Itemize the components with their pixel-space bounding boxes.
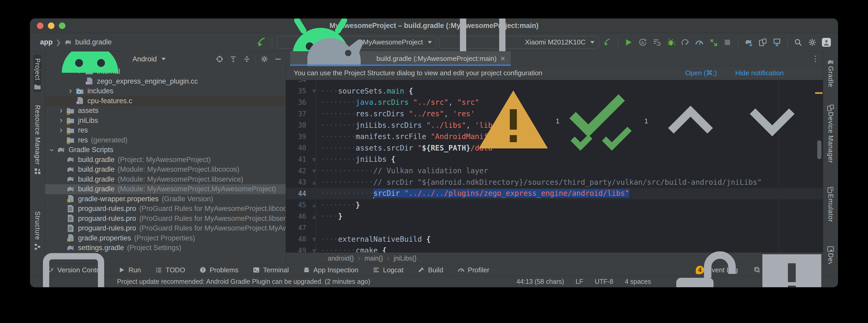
settings-button[interactable]: [806, 37, 818, 48]
code-text: ········assets.srcDir "${RES_PATH}/data": [320, 144, 497, 152]
attach-profiler-button[interactable]: [708, 37, 719, 48]
file-encoding[interactable]: UTF-8: [595, 278, 613, 285]
locate-file-button[interactable]: [215, 54, 225, 64]
more-options-icon[interactable]: ⋮: [811, 54, 819, 63]
tree-item-proguard-rules-pro[interactable]: proguard-rules.pro(ProGuard Rules for My…: [45, 223, 286, 234]
run-button[interactable]: [623, 37, 634, 48]
code-line-47[interactable]: 47: [286, 222, 823, 234]
avatar[interactable]: [820, 37, 832, 48]
stop-button[interactable]: [722, 37, 733, 48]
fold-marker[interactable]: △: [308, 213, 320, 219]
toolwindow-resource-manager[interactable]: Resource Manager: [33, 101, 41, 176]
tree-item-build-gradle[interactable]: build.gradle(Module: MyAwesomeProject.li…: [45, 175, 286, 184]
toolwindow-switcher-icon[interactable]: [34, 243, 113, 288]
tree-item-gradle-properties[interactable]: gradle.properties(Project Properties): [45, 234, 286, 243]
hide-notification-link[interactable]: Hide notification: [735, 69, 784, 77]
fold-marker[interactable]: △: [308, 179, 320, 185]
attach-debugger-button[interactable]: [679, 37, 691, 48]
toolwindow-button-label: Profiler: [468, 266, 489, 274]
tree-item-build-gradle[interactable]: build.gradle(Project: MyAwesomeProject): [45, 155, 286, 165]
search-everywhere-button[interactable]: [792, 37, 804, 48]
sdk-manager-button[interactable]: [771, 37, 783, 48]
token: "../res": [409, 109, 444, 118]
indent-setting[interactable]: 4 spaces: [625, 278, 651, 285]
code-text: ····sourceSets.main {: [320, 87, 413, 95]
collapse-all-button[interactable]: [242, 54, 252, 64]
code-editor[interactable]: 3435▽····sourceSets.main {36········java…: [286, 80, 823, 252]
device-manager-button[interactable]: [757, 37, 769, 48]
tree-item-proguard-rules-pro[interactable]: proguard-rules.pro(ProGuard Rules for My…: [45, 214, 286, 224]
status-message[interactable]: Project update recommended: Android Grad…: [117, 278, 370, 285]
tree-item-build-gradle[interactable]: build.gradle(Module: MyAwesomeProject.My…: [45, 184, 286, 194]
breadcrumb-jniLibs[interactable]: jniLibs{}: [394, 255, 417, 262]
toolwindow-emulator[interactable]: Emulator: [827, 182, 835, 226]
line-number: 34: [286, 80, 308, 84]
token: 'res': [453, 109, 475, 118]
notifications-icon[interactable]: [752, 243, 831, 288]
upgrade-assistant-icon[interactable]: [256, 37, 267, 48]
profile-button[interactable]: [693, 37, 705, 48]
fold-marker[interactable]: ▽: [308, 168, 320, 174]
chevron-right-icon: ❯: [56, 39, 61, 46]
code-line-43[interactable]: 43△············// srcDir "${android.ndkD…: [286, 176, 823, 188]
token: [404, 87, 409, 95]
upgrade-assistant-button[interactable]: [601, 37, 613, 48]
tab-build-gradle[interactable]: build.gradle (:MyAwesomeProject:main): [290, 51, 511, 66]
token: "../../../plugins/zego_express_engine/an…: [404, 189, 629, 198]
tree-item-jnilibs[interactable]: jniLibs: [45, 116, 286, 126]
fold-marker[interactable]: ▽: [308, 88, 320, 94]
tree-item-build-gradle[interactable]: build.gradle(Module: MyAwesomeProject.li…: [45, 165, 286, 175]
previous-problem-icon[interactable]: [651, 82, 730, 160]
ok-count: 1: [645, 117, 648, 125]
code-line-42[interactable]: 42▽············// Vulkan validation laye…: [286, 165, 823, 177]
apply-changes-button[interactable]: A: [637, 37, 648, 48]
toolwindow-gradle[interactable]: Gradle: [827, 55, 835, 91]
warning-stripe-mark[interactable]: [815, 92, 823, 94]
hide-panel-button[interactable]: [273, 54, 283, 64]
breadcrumb-module[interactable]: app: [40, 38, 53, 46]
chevron-down-icon[interactable]: [46, 147, 57, 153]
caret-position[interactable]: 44:13 (58 chars): [517, 278, 564, 285]
readonly-lock-icon[interactable]: [662, 243, 741, 288]
target-device-select[interactable]: Xiaomi M2012K10C: [439, 36, 599, 48]
breadcrumb-file[interactable]: build.gradle: [75, 38, 112, 46]
fold-marker[interactable]: △: [308, 202, 320, 208]
toolwindow-build[interactable]: Build: [417, 266, 443, 274]
tree-item-assets[interactable]: assets: [45, 106, 286, 116]
next-problem-icon[interactable]: [733, 82, 811, 160]
toolwindow-profiler[interactable]: Profiler: [457, 266, 489, 274]
gradle-sync-button[interactable]: [743, 37, 754, 48]
chevron-right-icon[interactable]: [56, 128, 66, 133]
tree-item-gradle-wrapper-properties[interactable]: gradle-wrapper.properties(Gradle Version…: [45, 194, 286, 204]
tree-item-proguard-rules-pro[interactable]: proguard-rules.pro(ProGuard Rules for My…: [45, 204, 286, 214]
editor-scrollbar[interactable]: [817, 140, 822, 159]
project-view-select[interactable]: Android: [51, 51, 166, 98]
debug-button[interactable]: [665, 37, 677, 48]
token: assets.srcDir: [356, 144, 417, 152]
divider: [738, 37, 738, 47]
code-line-44[interactable]: 44············srcDir "../../../plugins/z…: [286, 188, 823, 200]
file-pro-icon: [66, 224, 75, 233]
warning-count: 1: [556, 117, 559, 125]
close-icon[interactable]: [500, 56, 506, 62]
folder-res-icon: [66, 136, 75, 145]
inspections-widget[interactable]: 1 1: [474, 82, 811, 160]
chevron-right-icon[interactable]: [56, 118, 66, 123]
expand-all-button[interactable]: [228, 54, 238, 64]
code-line-45[interactable]: 45△········}: [286, 200, 823, 211]
fold-marker[interactable]: ▽: [308, 236, 320, 242]
fold-marker[interactable]: ▽: [308, 156, 320, 163]
toolwindow-logcat[interactable]: Logcat: [372, 266, 403, 274]
toolwindow-project[interactable]: Project: [33, 55, 41, 92]
tree-item-res[interactable]: res: [45, 125, 286, 135]
token: "../src": [413, 98, 448, 107]
tree-item-res[interactable]: res(generated): [45, 135, 286, 145]
tree-item-gradle-scripts[interactable]: Gradle Scripts: [45, 145, 286, 155]
apply-code-changes-button[interactable]: [651, 37, 662, 48]
line-separator[interactable]: LF: [576, 278, 583, 285]
code-line-46[interactable]: 46△····}: [286, 211, 823, 222]
panel-settings-button[interactable]: [259, 54, 269, 64]
chevron-right-icon[interactable]: [56, 108, 66, 114]
open-project-structure-link[interactable]: Open (⌘;): [685, 69, 717, 77]
toolwindow-device-manager[interactable]: Device Manager: [827, 100, 835, 167]
